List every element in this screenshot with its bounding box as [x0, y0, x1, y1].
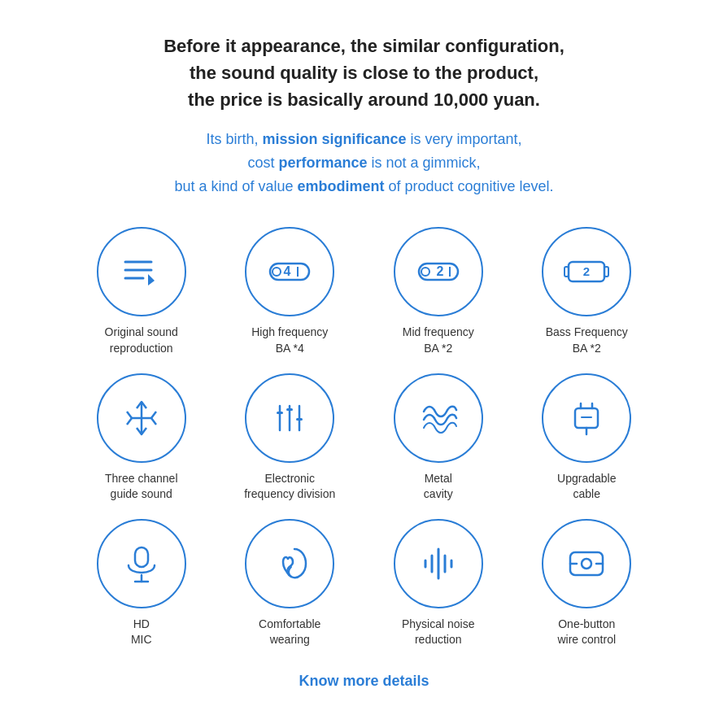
main-card: Before it appearance, the similar config… [0, 0, 728, 728]
features-grid: Original soundreproduction 4 High freque… [72, 227, 657, 648]
three-channel-label: Three channelguide sound [105, 471, 178, 503]
original-sound-icon [97, 227, 186, 316]
hd-mic-label: HDMIC [131, 617, 152, 648]
subheadline: Its birth, mission significance is very … [174, 128, 553, 198]
metal-cavity-label: Metalcavity [424, 471, 453, 503]
feature-high-freq: 4 High frequencyBA *4 [220, 227, 360, 356]
feature-one-button: One-buttonwire control [517, 519, 657, 648]
feature-hd-mic: HDMIC [72, 519, 212, 648]
svg-rect-33 [135, 547, 148, 567]
comfortable-wearing-label: Comfortablewearing [259, 617, 320, 648]
bass-freq-icon: 2 [542, 227, 631, 316]
hd-mic-icon [97, 519, 186, 608]
metal-cavity-icon [394, 373, 483, 463]
mid-freq-label: Mid frequencyBA *2 [403, 325, 474, 356]
svg-point-8 [421, 268, 429, 276]
svg-rect-27 [296, 418, 303, 421]
feature-upgradable-cable: Upgradablecable [517, 373, 657, 503]
electronic-freq-icon [245, 373, 334, 463]
svg-line-17 [127, 412, 132, 418]
one-button-icon [542, 519, 631, 608]
physical-noise-label: Physical noisereduction [402, 617, 475, 648]
svg-rect-12 [565, 267, 569, 277]
high-freq-label: High frequencyBA *4 [251, 325, 328, 356]
headline: Before it appearance, the similar config… [163, 33, 565, 113]
feature-physical-noise: Physical noisereduction [368, 519, 509, 648]
feature-metal-cavity: Metalcavity [368, 373, 509, 503]
feature-bass-freq: 2 Bass FrequencyBA *2 [517, 227, 657, 356]
electronic-freq-label: Electronicfrequency division [244, 471, 335, 503]
svg-text:2: 2 [583, 264, 590, 278]
physical-noise-icon [394, 519, 483, 608]
mid-freq-icon: 2 [394, 227, 483, 316]
svg-rect-25 [286, 408, 293, 411]
svg-line-20 [151, 412, 156, 418]
know-more-link[interactable]: Know more details [299, 673, 429, 690]
original-sound-label: Original soundreproduction [105, 325, 178, 356]
svg-text:4: 4 [284, 264, 291, 278]
svg-rect-13 [604, 267, 608, 277]
svg-line-18 [127, 418, 132, 425]
three-channel-icon [97, 373, 186, 463]
feature-three-channel: Three channelguide sound [72, 373, 212, 503]
svg-line-21 [151, 418, 156, 425]
svg-point-4 [272, 268, 281, 276]
svg-point-42 [582, 559, 591, 569]
svg-text:2: 2 [436, 264, 443, 278]
one-button-label: One-buttonwire control [557, 617, 616, 648]
upgradable-cable-icon [542, 373, 631, 463]
feature-electronic-freq: Electronicfrequency division [220, 373, 360, 503]
feature-mid-freq: 2 Mid frequencyBA *2 [368, 227, 509, 356]
feature-original-sound: Original soundreproduction [72, 227, 212, 356]
feature-comfortable-wearing: Comfortablewearing [220, 519, 360, 648]
comfortable-wearing-icon [245, 519, 334, 608]
high-freq-icon: 4 [245, 227, 334, 316]
bass-freq-label: Bass FrequencyBA *2 [546, 325, 628, 356]
upgradable-cable-label: Upgradablecable [557, 471, 616, 503]
svg-rect-23 [277, 412, 283, 414]
